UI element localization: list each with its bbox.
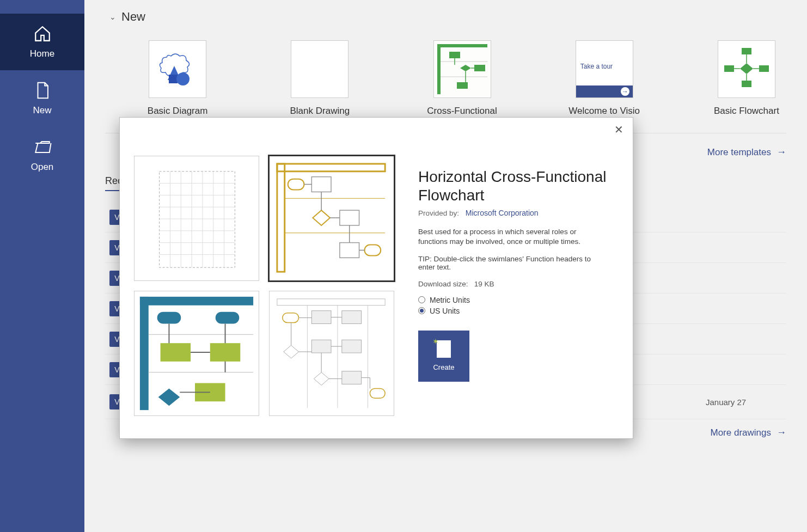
backstage-sidebar: Home New Open [0,0,84,532]
svg-rect-50 [277,299,385,305]
svg-rect-46 [161,343,191,362]
svg-rect-13 [742,81,751,87]
svg-rect-54 [283,313,299,323]
svg-rect-38 [340,243,359,258]
download-size-value: 19 KB [474,280,494,288]
arrow-right-icon: → [621,87,629,96]
svg-rect-35 [311,177,331,192]
nav-home[interactable]: Home [0,14,84,70]
template-variant-grid [134,130,394,426]
svg-rect-47 [210,343,241,362]
svg-rect-55 [311,311,331,324]
template-thumb: Take a tour → [576,40,633,98]
close-icon: ✕ [614,123,623,136]
svg-rect-39 [364,245,381,256]
svg-rect-16 [160,172,235,267]
template-preview-dialog: ✕ [119,117,633,439]
template-crossfunctional[interactable]: Cross-Functional Flowchart [422,40,502,127]
template-blank[interactable]: Blank Drawing [280,40,359,127]
more-templates-label: More templates [707,147,771,158]
variant-vertical-gray[interactable] [269,291,394,416]
section-new-header[interactable]: ⌄ New [109,10,786,24]
template-label: Basic Flowchart [714,106,779,117]
template-welcome[interactable]: Take a tour → Welcome to Visio [565,40,644,127]
create-button-label: Create [433,363,454,371]
svg-rect-37 [340,210,359,225]
svg-marker-60 [314,372,329,386]
svg-rect-14 [759,65,769,72]
svg-rect-44 [157,312,181,324]
svg-marker-48 [158,388,180,406]
template-label: Blank Drawing [290,106,350,117]
variant-horizontal-teal[interactable] [134,291,259,416]
svg-rect-34 [288,179,304,190]
radio-metric-label: Metric Units [430,296,470,304]
chevron-down-icon: ⌄ [109,13,116,21]
svg-marker-8 [460,65,471,71]
template-label: Basic Diagram [148,106,208,117]
svg-rect-10 [457,82,468,89]
template-title: Horizontal Cross-Functional Flowchart [418,168,608,204]
svg-rect-4 [437,44,441,94]
svg-rect-31 [277,164,285,272]
open-folder-icon [33,138,52,156]
svg-rect-9 [474,65,485,71]
variant-horizontal-gold[interactable] [269,156,394,281]
svg-rect-30 [277,164,385,172]
svg-rect-11 [742,48,751,54]
templates-row: Basic Diagram Blank Drawing [105,40,786,127]
provider-link[interactable]: Microsoft Corporation [466,209,539,217]
svg-rect-59 [342,340,362,353]
radio-icon [418,307,425,314]
svg-rect-7 [449,52,460,58]
svg-rect-1 [169,75,178,83]
template-thumb [149,40,206,98]
svg-marker-12 [740,63,753,74]
svg-rect-58 [311,340,331,353]
nav-open-label: Open [31,162,54,173]
variant-blank-grid[interactable] [134,156,259,281]
svg-rect-62 [370,388,385,398]
radio-metric-units[interactable]: Metric Units [418,296,608,304]
nav-new[interactable]: New [0,70,84,127]
new-document-icon: ✶ [437,340,451,358]
svg-rect-56 [342,311,362,324]
nav-home-label: Home [30,48,54,59]
section-new-label: New [121,10,145,24]
template-description: Best used for a process in which several… [418,227,608,247]
create-button[interactable]: ✶ Create [418,331,469,382]
svg-rect-61 [342,371,362,384]
nav-open[interactable]: Open [0,127,84,184]
template-thumb [433,40,491,98]
provided-by-label: Provided by: [418,209,459,217]
radio-icon [418,296,425,303]
radio-us-label: US Units [430,307,460,315]
svg-rect-3 [437,44,487,47]
svg-rect-40 [140,297,253,305]
radio-us-units[interactable]: US Units [418,307,608,315]
template-details: Horizontal Cross-Functional Flowchart Pr… [394,130,619,426]
svg-rect-45 [216,312,240,324]
template-basic-flowchart[interactable]: Basic Flowchart [707,40,786,127]
svg-rect-41 [140,297,149,410]
template-basic-diagram[interactable]: Basic Diagram [138,40,217,127]
arrow-right-icon: → [777,427,786,438]
recent-file-date: January 27 [706,398,782,407]
template-tip: TIP: Double-click the swimlanes' Functio… [418,255,608,271]
svg-marker-57 [284,345,299,358]
template-label: Welcome to Visio [568,106,640,117]
new-file-icon [33,81,52,100]
take-a-tour-text: Take a tour [580,63,613,70]
svg-rect-15 [724,65,734,72]
home-icon [33,25,52,43]
nav-new-label: New [33,105,51,116]
svg-marker-36 [313,210,330,225]
template-thumb [718,40,775,98]
arrow-right-icon: → [777,146,786,158]
close-button[interactable]: ✕ [611,122,626,137]
download-size-label: Download size: [418,280,468,288]
template-thumb [291,40,349,98]
more-drawings-label: More drawings [711,427,772,438]
svg-point-2 [176,72,189,85]
